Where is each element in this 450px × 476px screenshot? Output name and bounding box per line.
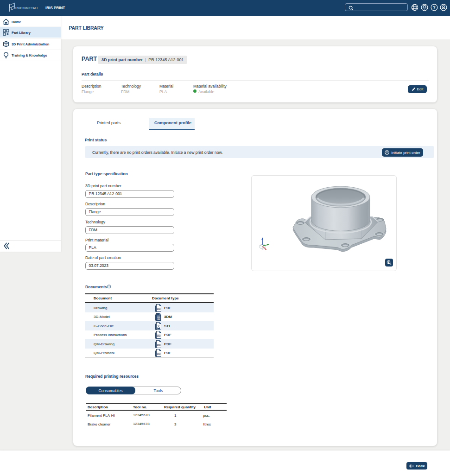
svg-text:3DM: 3DM: [157, 318, 160, 320]
svg-text:PDF: PDF: [157, 335, 160, 337]
svg-text:?: ?: [433, 5, 436, 10]
svg-text:PDF: PDF: [157, 308, 160, 310]
svg-text:PDF: PDF: [157, 344, 160, 346]
svg-text:PDF: PDF: [157, 353, 160, 355]
